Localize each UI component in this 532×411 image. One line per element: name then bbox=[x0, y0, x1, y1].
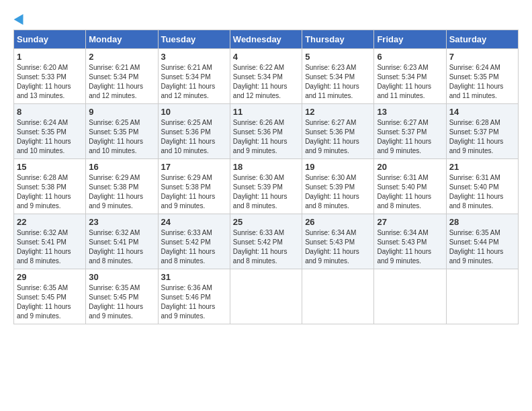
day-number: 24 bbox=[161, 217, 227, 227]
day-number: 29 bbox=[17, 272, 83, 282]
day-info: Sunrise: 6:28 AM Sunset: 5:37 PM Dayligh… bbox=[449, 118, 515, 156]
day-number: 14 bbox=[449, 107, 515, 117]
calendar-week-row: 29Sunrise: 6:35 AM Sunset: 5:45 PM Dayli… bbox=[14, 269, 519, 324]
day-number: 11 bbox=[233, 107, 299, 117]
day-number: 22 bbox=[17, 217, 83, 227]
day-info: Sunrise: 6:32 AM Sunset: 5:41 PM Dayligh… bbox=[89, 228, 154, 266]
logo bbox=[13, 13, 26, 23]
day-number: 12 bbox=[305, 107, 371, 117]
table-row: 31Sunrise: 6:36 AM Sunset: 5:46 PM Dayli… bbox=[158, 269, 230, 324]
table-row: 19Sunrise: 6:30 AM Sunset: 5:39 PM Dayli… bbox=[302, 159, 374, 214]
calendar-week-row: 22Sunrise: 6:32 AM Sunset: 5:41 PM Dayli… bbox=[14, 214, 519, 269]
day-info: Sunrise: 6:34 AM Sunset: 5:43 PM Dayligh… bbox=[305, 228, 371, 266]
day-info: Sunrise: 6:35 AM Sunset: 5:44 PM Dayligh… bbox=[449, 228, 515, 266]
table-row: 5Sunrise: 6:23 AM Sunset: 5:34 PM Daylig… bbox=[302, 49, 374, 104]
day-number: 4 bbox=[233, 52, 299, 62]
calendar-header-row: SundayMondayTuesdayWednesdayThursdayFrid… bbox=[14, 30, 519, 49]
table-row bbox=[446, 269, 518, 324]
day-info: Sunrise: 6:36 AM Sunset: 5:46 PM Dayligh… bbox=[161, 283, 227, 321]
day-info: Sunrise: 6:28 AM Sunset: 5:38 PM Dayligh… bbox=[17, 173, 83, 211]
calendar-body: 1Sunrise: 6:20 AM Sunset: 5:33 PM Daylig… bbox=[14, 49, 519, 324]
table-row: 10Sunrise: 6:25 AM Sunset: 5:36 PM Dayli… bbox=[158, 104, 230, 159]
table-row: 17Sunrise: 6:29 AM Sunset: 5:38 PM Dayli… bbox=[158, 159, 230, 214]
day-info: Sunrise: 6:20 AM Sunset: 5:33 PM Dayligh… bbox=[17, 63, 83, 101]
table-row: 15Sunrise: 6:28 AM Sunset: 5:38 PM Dayli… bbox=[14, 159, 86, 214]
day-info: Sunrise: 6:24 AM Sunset: 5:35 PM Dayligh… bbox=[17, 118, 83, 156]
day-number: 31 bbox=[161, 272, 227, 282]
table-row: 3Sunrise: 6:21 AM Sunset: 5:34 PM Daylig… bbox=[158, 49, 230, 104]
calendar-header-sunday: Sunday bbox=[14, 30, 86, 49]
day-number: 16 bbox=[89, 162, 154, 172]
calendar-header-tuesday: Tuesday bbox=[158, 30, 230, 49]
day-number: 7 bbox=[449, 52, 515, 62]
day-number: 13 bbox=[377, 107, 443, 117]
day-number: 19 bbox=[305, 162, 371, 172]
calendar-week-row: 1Sunrise: 6:20 AM Sunset: 5:33 PM Daylig… bbox=[14, 49, 519, 104]
calendar-header-saturday: Saturday bbox=[446, 30, 518, 49]
day-info: Sunrise: 6:25 AM Sunset: 5:36 PM Dayligh… bbox=[161, 118, 227, 156]
table-row bbox=[302, 269, 374, 324]
table-row: 25Sunrise: 6:33 AM Sunset: 5:42 PM Dayli… bbox=[230, 214, 302, 269]
table-row bbox=[374, 269, 446, 324]
day-number: 20 bbox=[377, 162, 443, 172]
day-info: Sunrise: 6:21 AM Sunset: 5:34 PM Dayligh… bbox=[161, 63, 227, 101]
table-row: 13Sunrise: 6:27 AM Sunset: 5:37 PM Dayli… bbox=[374, 104, 446, 159]
day-info: Sunrise: 6:23 AM Sunset: 5:34 PM Dayligh… bbox=[305, 63, 371, 101]
day-info: Sunrise: 6:29 AM Sunset: 5:38 PM Dayligh… bbox=[89, 173, 154, 211]
day-info: Sunrise: 6:34 AM Sunset: 5:43 PM Dayligh… bbox=[377, 228, 443, 266]
table-row: 2Sunrise: 6:21 AM Sunset: 5:34 PM Daylig… bbox=[86, 49, 158, 104]
table-row: 9Sunrise: 6:25 AM Sunset: 5:35 PM Daylig… bbox=[86, 104, 158, 159]
day-info: Sunrise: 6:30 AM Sunset: 5:39 PM Dayligh… bbox=[233, 173, 299, 211]
day-info: Sunrise: 6:30 AM Sunset: 5:39 PM Dayligh… bbox=[305, 173, 371, 211]
table-row: 7Sunrise: 6:24 AM Sunset: 5:35 PM Daylig… bbox=[446, 49, 518, 104]
day-number: 21 bbox=[449, 162, 515, 172]
day-number: 8 bbox=[17, 107, 83, 117]
day-info: Sunrise: 6:31 AM Sunset: 5:40 PM Dayligh… bbox=[449, 173, 515, 211]
day-number: 9 bbox=[89, 107, 154, 117]
day-info: Sunrise: 6:33 AM Sunset: 5:42 PM Dayligh… bbox=[233, 228, 299, 266]
day-info: Sunrise: 6:31 AM Sunset: 5:40 PM Dayligh… bbox=[377, 173, 443, 211]
table-row: 16Sunrise: 6:29 AM Sunset: 5:38 PM Dayli… bbox=[86, 159, 158, 214]
table-row: 8Sunrise: 6:24 AM Sunset: 5:35 PM Daylig… bbox=[14, 104, 86, 159]
day-info: Sunrise: 6:21 AM Sunset: 5:34 PM Dayligh… bbox=[89, 63, 154, 101]
table-row: 14Sunrise: 6:28 AM Sunset: 5:37 PM Dayli… bbox=[446, 104, 518, 159]
table-row bbox=[230, 269, 302, 324]
table-row: 26Sunrise: 6:34 AM Sunset: 5:43 PM Dayli… bbox=[302, 214, 374, 269]
table-row: 11Sunrise: 6:26 AM Sunset: 5:36 PM Dayli… bbox=[230, 104, 302, 159]
calendar: SundayMondayTuesdayWednesdayThursdayFrid… bbox=[13, 30, 519, 324]
calendar-week-row: 8Sunrise: 6:24 AM Sunset: 5:35 PM Daylig… bbox=[14, 104, 519, 159]
table-row: 27Sunrise: 6:34 AM Sunset: 5:43 PM Dayli… bbox=[374, 214, 446, 269]
day-number: 2 bbox=[89, 52, 154, 62]
day-info: Sunrise: 6:27 AM Sunset: 5:37 PM Dayligh… bbox=[377, 118, 443, 156]
day-number: 17 bbox=[161, 162, 227, 172]
table-row: 4Sunrise: 6:22 AM Sunset: 5:34 PM Daylig… bbox=[230, 49, 302, 104]
day-number: 25 bbox=[233, 217, 299, 227]
table-row: 20Sunrise: 6:31 AM Sunset: 5:40 PM Dayli… bbox=[374, 159, 446, 214]
day-info: Sunrise: 6:22 AM Sunset: 5:34 PM Dayligh… bbox=[233, 63, 299, 101]
day-info: Sunrise: 6:23 AM Sunset: 5:34 PM Dayligh… bbox=[377, 63, 443, 101]
day-number: 3 bbox=[161, 52, 227, 62]
day-number: 27 bbox=[377, 217, 443, 227]
day-info: Sunrise: 6:26 AM Sunset: 5:36 PM Dayligh… bbox=[233, 118, 299, 156]
calendar-header-thursday: Thursday bbox=[302, 30, 374, 49]
day-info: Sunrise: 6:33 AM Sunset: 5:42 PM Dayligh… bbox=[161, 228, 227, 266]
table-row: 12Sunrise: 6:27 AM Sunset: 5:36 PM Dayli… bbox=[302, 104, 374, 159]
calendar-header-friday: Friday bbox=[374, 30, 446, 49]
calendar-header-wednesday: Wednesday bbox=[230, 30, 302, 49]
day-number: 26 bbox=[305, 217, 371, 227]
table-row: 30Sunrise: 6:35 AM Sunset: 5:45 PM Dayli… bbox=[86, 269, 158, 324]
day-number: 30 bbox=[89, 272, 154, 282]
day-info: Sunrise: 6:32 AM Sunset: 5:41 PM Dayligh… bbox=[17, 228, 83, 266]
logo-icon bbox=[14, 11, 28, 25]
calendar-header-monday: Monday bbox=[86, 30, 158, 49]
table-row: 22Sunrise: 6:32 AM Sunset: 5:41 PM Dayli… bbox=[14, 214, 86, 269]
day-number: 23 bbox=[89, 217, 154, 227]
table-row: 21Sunrise: 6:31 AM Sunset: 5:40 PM Dayli… bbox=[446, 159, 518, 214]
day-number: 1 bbox=[17, 52, 83, 62]
day-info: Sunrise: 6:35 AM Sunset: 5:45 PM Dayligh… bbox=[17, 283, 83, 321]
day-info: Sunrise: 6:29 AM Sunset: 5:38 PM Dayligh… bbox=[161, 173, 227, 211]
day-info: Sunrise: 6:25 AM Sunset: 5:35 PM Dayligh… bbox=[89, 118, 154, 156]
table-row: 18Sunrise: 6:30 AM Sunset: 5:39 PM Dayli… bbox=[230, 159, 302, 214]
day-info: Sunrise: 6:35 AM Sunset: 5:45 PM Dayligh… bbox=[89, 283, 154, 321]
day-info: Sunrise: 6:24 AM Sunset: 5:35 PM Dayligh… bbox=[449, 63, 515, 101]
